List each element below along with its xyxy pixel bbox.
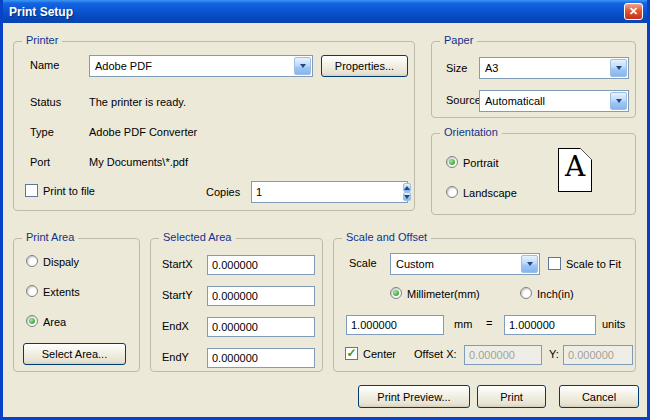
printer-name-combo[interactable]: Adobe PDF [89,55,313,77]
page-fold-icon [580,148,592,160]
starty-input[interactable] [207,286,315,306]
paper-group: Paper Size A3 Source Automaticall [431,41,636,118]
printer-name-label: Name [30,59,59,71]
mm-value-input[interactable] [346,315,444,335]
center-label[interactable]: Center [363,348,396,360]
endy-label: EndY [162,351,189,363]
paper-source-label: Source [446,94,481,106]
offset-y-label: Y: [549,348,559,360]
chevron-down-icon [616,99,622,103]
properties-button[interactable]: Properties... [321,55,408,77]
center-checkbox[interactable]: ✓ [345,347,358,360]
units-value-input[interactable] [504,315,596,335]
endx-label: EndX [162,320,189,332]
print-setup-dialog: Print Setup ✕ Printer Name Adobe PDF Pro… [0,0,650,420]
selected-area-group-legend: Selected Area [159,231,236,243]
print-area-group-legend: Print Area [22,231,78,243]
printer-port-value: My Documents\*.pdf [89,156,188,168]
close-button[interactable]: ✕ [624,3,643,20]
print-button[interactable]: Print [477,385,546,408]
display-label[interactable]: Dispaly [43,256,79,268]
inch-radio[interactable] [520,287,532,299]
display-radio[interactable] [26,255,38,267]
offset-y-input [563,345,633,365]
scale-to-fit-checkbox[interactable] [548,257,561,270]
paper-size-combo-button [610,59,627,77]
orientation-group-legend: Orientation [440,126,502,138]
chevron-down-icon [527,262,533,266]
area-label[interactable]: Area [43,316,66,328]
printer-status-value: The printer is ready. [89,96,186,108]
titlebar[interactable]: Print Setup ✕ [3,0,647,23]
paper-size-combo[interactable]: A3 [479,57,629,79]
offset-x-input [464,345,542,365]
scale-offset-group-legend: Scale and Offset [342,231,431,243]
printer-status-label: Status [30,96,61,108]
copies-spin-down-button[interactable] [403,192,411,201]
equals-label: = [486,317,492,329]
copies-label: Copies [206,186,240,198]
orientation-group: Orientation Portrait Landscape A [431,133,636,215]
printer-group-legend: Printer [22,34,62,46]
starty-label: StartY [162,289,193,301]
chevron-down-icon [300,64,306,68]
portrait-radio[interactable] [446,156,458,168]
landscape-radio[interactable] [446,186,458,198]
startx-label: StartX [162,258,193,270]
cancel-button[interactable]: Cancel [559,385,639,408]
endx-input[interactable] [207,317,315,337]
portrait-label[interactable]: Portrait [463,157,498,169]
window-title: Print Setup [9,5,73,19]
copies-input[interactable] [252,182,402,202]
print-preview-button[interactable]: Print Preview... [358,385,470,408]
scale-label: Scale [349,257,377,269]
scale-combo-button [521,255,538,273]
copies-field [251,181,408,203]
print-area-group: Print Area Dispaly Extents Area Select A… [13,238,140,372]
endy-input[interactable] [207,348,315,368]
landscape-label[interactable]: Landscape [463,187,517,199]
paper-source-combo-value: Automaticall [480,95,609,107]
check-icon: ✓ [346,347,356,359]
printer-type-value: Adobe PDF Converter [89,126,197,138]
paper-group-legend: Paper [440,34,477,46]
chevron-down-icon [616,66,622,70]
startx-input[interactable] [207,255,315,275]
selected-area-group: Selected Area StartX StartY EndX EndY [150,238,323,372]
printer-type-label: Type [30,126,54,138]
millimeter-label[interactable]: Millimeter(mm) [407,288,480,300]
close-icon: ✕ [629,5,638,18]
offset-x-label: Offset X: [414,348,457,360]
copies-spin-up-button[interactable] [403,183,411,192]
mm-unit-label: mm [454,318,472,330]
extents-radio[interactable] [26,285,38,297]
paper-size-label: Size [446,62,467,74]
printer-port-label: Port [30,156,50,168]
print-to-file-checkbox[interactable] [25,184,38,197]
printer-name-combo-button [294,57,311,75]
scale-offset-group: Scale and Offset Scale Custom Scale to F… [333,238,636,372]
paper-source-combo[interactable]: Automaticall [479,90,629,112]
select-area-button[interactable]: Select Area... [23,343,126,365]
paper-source-combo-button [610,92,627,110]
units-unit-label: units [602,318,625,330]
millimeter-radio[interactable] [390,287,402,299]
print-to-file-label[interactable]: Print to file [43,185,95,197]
area-radio[interactable] [26,315,38,327]
copies-spinner [403,183,411,201]
scale-to-fit-label[interactable]: Scale to Fit [566,258,621,270]
inch-label[interactable]: Inch(in) [537,288,574,300]
scale-combo[interactable]: Custom [390,253,540,275]
arrow-up-icon [404,186,410,190]
printer-name-combo-value: Adobe PDF [90,60,293,72]
extents-label[interactable]: Extents [43,286,80,298]
arrow-down-icon [404,195,410,199]
printer-group: Printer Name Adobe PDF Properties... Sta… [13,41,415,211]
page-orientation-icon: A [558,148,592,192]
scale-combo-value: Custom [391,258,520,270]
paper-size-combo-value: A3 [480,62,609,74]
